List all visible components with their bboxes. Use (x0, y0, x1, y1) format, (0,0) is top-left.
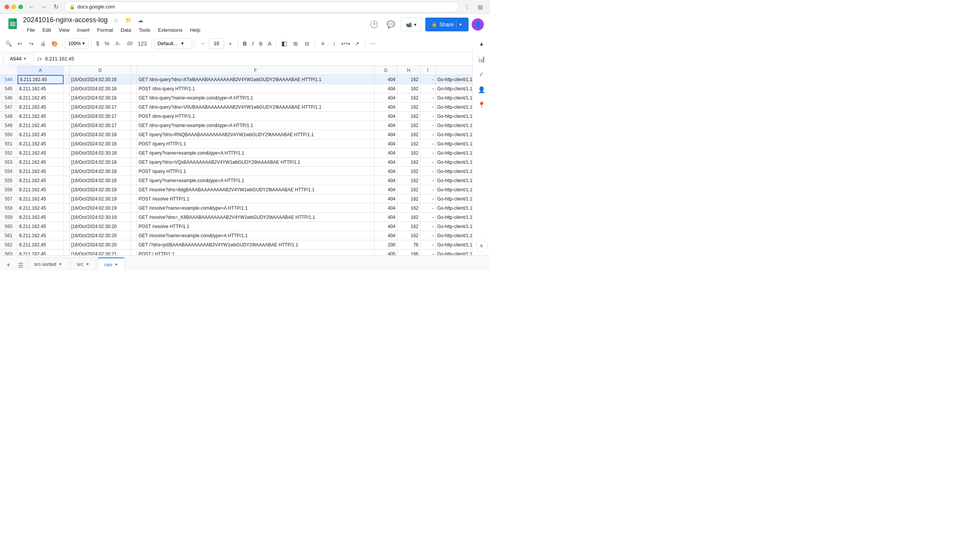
cloud-button[interactable]: ☁ (135, 15, 146, 26)
strikethrough-button[interactable]: S (256, 38, 265, 49)
row-number-559[interactable]: 559 (0, 213, 18, 222)
menu-view[interactable]: View (55, 26, 73, 34)
cell-j-546[interactable]: Go-http-client/1.1 (436, 93, 472, 103)
cell-resize-a-555[interactable] (64, 176, 70, 185)
cell-a-549[interactable]: 8.211.162.45 (18, 121, 64, 130)
cell-resize-a-553[interactable] (64, 158, 70, 167)
tab-src[interactable]: src ▼ (70, 257, 96, 270)
cell-i-554[interactable]: - (420, 167, 436, 176)
menu-edit[interactable]: Edit (39, 26, 55, 34)
text-rotate-button[interactable]: ↗ (352, 38, 363, 49)
window-minimize-button[interactable] (11, 5, 16, 9)
cell-resize-d-548[interactable] (131, 112, 137, 121)
cell-d-561[interactable]: [16/Oct/2024:02:30:20 (70, 231, 131, 240)
cell-i-560[interactable]: - (420, 222, 436, 231)
cell-resize-a-545[interactable] (64, 84, 70, 93)
cell-resize-d-545[interactable] (131, 84, 137, 93)
cell-f-555[interactable]: GET /query?name=example.com&type=A HTTP/… (137, 176, 374, 185)
sidebar-maps-button[interactable]: 📍 (475, 98, 488, 112)
text-color-button[interactable]: A (266, 38, 274, 49)
cell-a-546[interactable]: 8.211.162.45 (18, 93, 64, 103)
search-button[interactable]: 🔍 (3, 38, 14, 49)
font-size-box[interactable]: 10 (209, 38, 224, 49)
cell-g-550[interactable]: 404 (374, 130, 397, 139)
cell-f-545[interactable]: POST /dns-query HTTP/1.1 (137, 84, 374, 93)
cell-i-555[interactable]: - (420, 176, 436, 185)
cell-h-555[interactable]: 162 (397, 176, 420, 185)
cell-h-553[interactable]: 162 (397, 158, 420, 167)
folder-button[interactable]: 📁 (123, 15, 134, 26)
merge-button[interactable]: ⊟ (302, 38, 312, 49)
cell-a-559[interactable]: 8.211.162.45 (18, 213, 64, 222)
row-number-548[interactable]: 548 (0, 112, 18, 121)
cell-j-552[interactable]: Go-http-client/1.1 (436, 148, 472, 158)
cell-j-551[interactable]: Go-http-client/1.1 (436, 139, 472, 148)
cell-resize-a-554[interactable] (64, 167, 70, 176)
text-wrap-button[interactable]: ↩↪ (340, 38, 351, 49)
row-number-560[interactable]: 560 (0, 222, 18, 231)
cell-d-548[interactable]: [16/Oct/2024:02:30:17 (70, 112, 131, 121)
cell-d-549[interactable]: [16/Oct/2024:02:30:17 (70, 121, 131, 130)
cell-resize-a-549[interactable] (64, 121, 70, 130)
cell-h-556[interactable]: 162 (397, 185, 420, 194)
cell-i-549[interactable]: - (420, 121, 436, 130)
cell-h-544[interactable]: 162 (397, 75, 420, 84)
sidebar-toggle-button[interactable]: ▤ (475, 2, 485, 12)
cell-d-551[interactable]: [16/Oct/2024:02:30:18 (70, 139, 131, 148)
cell-f-561[interactable]: GET /resolve?name=example.com&type=A HTT… (137, 231, 374, 240)
col-header-g[interactable]: G (374, 66, 397, 75)
cell-d-552[interactable]: [16/Oct/2024:02:30:18 (70, 148, 131, 158)
formula-input[interactable] (45, 54, 487, 64)
cell-j-561[interactable]: Go-http-client/1.1 (436, 231, 472, 240)
cell-i-561[interactable]: - (420, 231, 436, 240)
cell-a-555[interactable]: 8.211.162.45 (18, 176, 64, 185)
cell-g-559[interactable]: 404 (374, 213, 397, 222)
cell-j-544[interactable]: Go-http-client/1.1 (436, 75, 472, 84)
cell-h-545[interactable]: 162 (397, 84, 420, 93)
menu-insert[interactable]: Insert (73, 26, 93, 34)
cell-f-551[interactable]: POST /query HTTP/1.1 (137, 139, 374, 148)
cell-a-563[interactable]: 8.211.162.45 (18, 249, 64, 255)
row-number-563[interactable]: 563 (0, 249, 18, 255)
tab-src-sorted[interactable]: src-sorted ▼ (28, 257, 69, 270)
cell-reference-box[interactable]: A544 ▼ (3, 54, 34, 64)
row-number-561[interactable]: 561 (0, 231, 18, 240)
cell-resize-d-555[interactable] (131, 176, 137, 185)
cell-h-550[interactable]: 162 (397, 130, 420, 139)
cell-h-559[interactable]: 162 (397, 213, 420, 222)
cell-j-557[interactable]: Go-http-client/1.1 (436, 194, 472, 204)
cell-j-548[interactable]: Go-http-client/1.1 (436, 112, 472, 121)
cell-g-551[interactable]: 404 (374, 139, 397, 148)
share-button[interactable]: 🔒 Share ▼ (425, 18, 469, 31)
borders-button[interactable]: ⊞ (290, 38, 301, 49)
cell-i-562[interactable]: - (420, 240, 436, 249)
cell-g-546[interactable]: 404 (374, 93, 397, 103)
cell-h-563[interactable]: 166 (397, 249, 420, 255)
cell-resize-a-544[interactable] (64, 75, 70, 84)
menu-data[interactable]: Data (117, 26, 135, 34)
address-bar[interactable]: 🔒 docs.google.com (64, 2, 459, 12)
cell-g-561[interactable]: 404 (374, 231, 397, 240)
cell-g-563[interactable]: 405 (374, 249, 397, 255)
cell-a-548[interactable]: 8.211.162.45 (18, 112, 64, 121)
cell-h-562[interactable]: 76 (397, 240, 420, 249)
cell-resize-a-546[interactable] (64, 93, 70, 103)
menu-tools[interactable]: Tools (135, 26, 154, 34)
zoom-control[interactable]: 100% ▼ (65, 38, 89, 49)
add-sheet-button[interactable]: + (3, 260, 14, 270)
cell-resize-a-552[interactable] (64, 148, 70, 158)
cell-f-544[interactable]: GET /dns-query?dns=XTwBAAABAAAAAAAAB2V4Y… (137, 75, 374, 84)
cell-f-559[interactable]: GET /resolve?dns=_K8BAAABAAAAAAAAB2V4YW1… (137, 213, 374, 222)
menu-help[interactable]: Help (186, 26, 204, 34)
cell-a-553[interactable]: 8.211.162.45 (18, 158, 64, 167)
cell-resize-d-550[interactable] (131, 130, 137, 139)
cell-h-546[interactable]: 162 (397, 93, 420, 103)
cell-h-547[interactable]: 162 (397, 103, 420, 112)
collapse-toolbar-btn[interactable]: ▲ (476, 38, 487, 49)
row-number-558[interactable]: 558 (0, 204, 18, 213)
cell-d-557[interactable]: [16/Oct/2024:02:30:19 (70, 194, 131, 204)
cell-h-549[interactable]: 162 (397, 121, 420, 130)
row-number-552[interactable]: 552 (0, 148, 18, 158)
cell-h-558[interactable]: 162 (397, 204, 420, 213)
paint-format-button[interactable]: 🎨 (49, 38, 60, 49)
